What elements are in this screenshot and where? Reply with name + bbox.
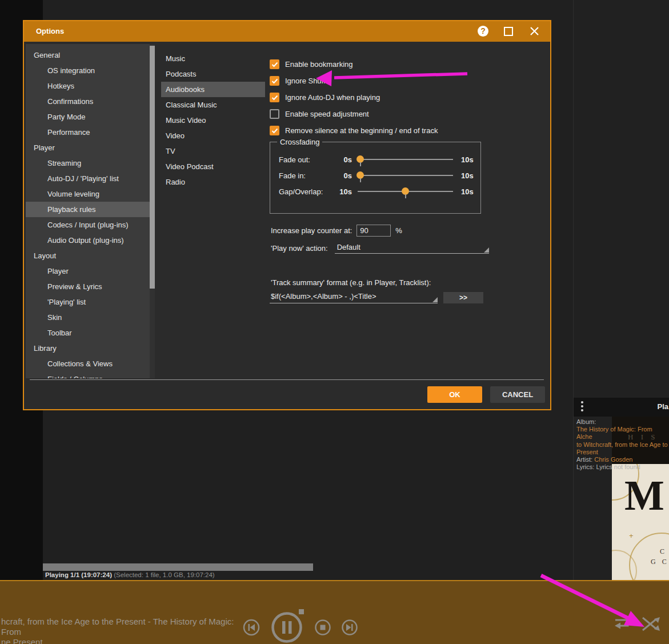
sidebar-item-layout-player[interactable]: Player <box>26 263 150 279</box>
track-summary-dropdown[interactable]: $if(<Album>,<Album> - ,)<Title> <box>270 292 438 303</box>
playback-rules-checkboxes: Enable bookmarking Ignore Shuffle Ignore… <box>270 56 438 139</box>
dropdown-corner-icon <box>432 297 438 302</box>
slider-thumb[interactable] <box>356 155 364 163</box>
stop-button[interactable] <box>314 619 331 636</box>
album-link-line1[interactable]: The History of Magic: From Alche <box>576 426 668 441</box>
track-metadata: Album: The History of Magic: From Alche … <box>576 418 668 471</box>
slider-label: Fade out: <box>279 155 336 164</box>
lyrics-value: Lyrics not found <box>596 463 640 470</box>
footer-separator <box>30 379 544 380</box>
checkbox-row-remove-silence[interactable]: Remove silence at the beginning / end of… <box>270 122 438 139</box>
pause-button[interactable] <box>270 611 303 644</box>
cover-author-text-1: C <box>660 547 664 556</box>
checkbox-label: Ignore Shuffle <box>285 77 331 85</box>
options-sidebar: General OS integration Hotkeys Confirmat… <box>26 44 150 378</box>
play-now-dropdown[interactable]: Default <box>335 243 489 254</box>
shuffle-icon[interactable] <box>640 615 661 633</box>
media-type-audiobooks[interactable]: Audiobooks <box>161 82 265 97</box>
horizontal-scrollbar[interactable] <box>43 563 313 571</box>
media-type-classical-music[interactable]: Classical Music <box>161 97 265 113</box>
repeat-icon[interactable] <box>612 615 631 630</box>
checkbox-row-enable-bookmarking[interactable]: Enable bookmarking <box>270 56 438 73</box>
checkbox-checked-icon[interactable] <box>270 59 279 69</box>
status-selected: (Selected: 1 file, 1.0 GB, 19:07:24) <box>114 571 214 578</box>
checkbox-checked-icon[interactable] <box>270 93 279 102</box>
close-icon[interactable] <box>530 27 539 35</box>
status-playing: Playing 1/1 (19:07:24) <box>45 571 112 578</box>
sidebar-item-os-integration[interactable]: OS integration <box>26 63 150 78</box>
mediamonkey-window: Playing 1/1 (19:07:24) (Selected: 1 file… <box>0 0 669 644</box>
checkbox-checked-icon[interactable] <box>270 126 279 135</box>
sidebar-item-hotkeys[interactable]: Hotkeys <box>26 78 150 94</box>
now-playing-line1: hcraft, from the Ice Age to the Present … <box>1 617 247 637</box>
kebab-menu-icon[interactable] <box>581 401 583 413</box>
next-track-button[interactable] <box>341 619 358 636</box>
media-type-podcasts[interactable]: Podcasts <box>161 66 265 82</box>
media-type-music[interactable]: Music <box>161 51 265 66</box>
sidebar-item-party-mode[interactable]: Party Mode <box>26 109 150 125</box>
cover-author-text-2: G C <box>651 558 669 566</box>
media-type-tv[interactable]: TV <box>161 143 265 159</box>
sidebar-item-player[interactable]: Player <box>26 140 150 155</box>
checkbox-row-ignore-shuffle[interactable]: Ignore Shuffle <box>270 73 438 89</box>
sidebar-item-layout[interactable]: Layout <box>26 248 150 263</box>
sidebar-item-collections-views[interactable]: Collections & Views <box>26 356 150 371</box>
play-counter-input[interactable] <box>356 225 391 237</box>
sidebar-item-playing-list[interactable]: 'Playing' list <box>26 294 150 310</box>
album-label: Album: <box>576 418 668 426</box>
sidebar-item-performance[interactable]: Performance <box>26 125 150 140</box>
media-type-video-podcast[interactable]: Video Podcast <box>161 159 265 174</box>
album-link-line2[interactable]: to Witchcraft, from the Ice Age to <box>576 441 668 449</box>
sidebar-item-codecs-input[interactable]: Codecs / Input (plug-ins) <box>26 217 150 233</box>
sidebar-item-toolbar[interactable]: Toolbar <box>26 325 150 341</box>
sidebar-scrollbar[interactable] <box>150 44 155 378</box>
checkbox-row-ignore-auto-dj[interactable]: Ignore Auto-DJ when playing <box>270 89 438 106</box>
dialog-titlebar[interactable]: Options ? <box>24 21 550 42</box>
checkbox-checked-icon[interactable] <box>270 76 279 86</box>
sidebar-item-volume-leveling[interactable]: Volume leveling <box>26 186 150 202</box>
checkbox-unchecked-icon[interactable] <box>270 109 279 119</box>
slider-thumb[interactable] <box>356 171 364 179</box>
sidebar-item-skin[interactable]: Skin <box>26 310 150 325</box>
fade-out-slider[interactable] <box>358 159 453 160</box>
sidebar-item-audio-output[interactable]: Audio Output (plug-ins) <box>26 233 150 248</box>
slider-thumb[interactable] <box>402 187 409 195</box>
artist-label: Artist: <box>576 456 592 463</box>
album-link-line3[interactable]: Present <box>576 449 668 456</box>
maximize-icon[interactable] <box>504 27 513 36</box>
media-type-video[interactable]: Video <box>161 128 265 143</box>
media-type-radio[interactable]: Radio <box>161 174 265 190</box>
sidebar-item-auto-dj[interactable]: Auto-DJ / 'Playing' list <box>26 171 150 186</box>
track-summary-expand-button[interactable]: >> <box>443 292 483 303</box>
crossfading-legend: Crossfading <box>277 138 322 146</box>
gap-overlap-slider[interactable] <box>358 191 453 192</box>
sidebar-item-fields-columns[interactable]: Fields / Columns <box>26 371 150 378</box>
slider-min-value: 0s <box>336 155 352 164</box>
checkbox-row-enable-speed-adjustment[interactable]: Enable speed adjustment <box>270 106 438 122</box>
sidebar-item-preview-lyrics[interactable]: Preview & Lyrics <box>26 279 150 294</box>
slider-max-value: 10s <box>461 155 474 164</box>
sidebar-item-general[interactable]: General <box>26 47 150 63</box>
track-summary-label: 'Track summary' format (e.g. in Player, … <box>271 278 431 287</box>
help-icon[interactable]: ? <box>478 26 488 37</box>
slider-max-value: 10s <box>461 171 474 180</box>
previous-track-button[interactable] <box>242 618 261 637</box>
sidebar-item-library[interactable]: Library <box>26 341 150 356</box>
gap-overlap-row: Gap/Overlap: 10s 10s <box>270 183 480 199</box>
cancel-button[interactable]: CANCEL <box>490 386 545 403</box>
media-type-music-video[interactable]: Music Video <box>161 113 265 128</box>
slider-min-value: 0s <box>336 171 352 180</box>
fade-in-slider[interactable] <box>358 175 453 176</box>
sidebar-item-playback-rules[interactable]: Playback rules <box>26 202 150 217</box>
sidebar-item-streaming[interactable]: Streaming <box>26 155 150 171</box>
checkbox-label: Remove silence at the beginning / end of… <box>285 126 438 135</box>
ok-button[interactable]: OK <box>427 386 482 403</box>
sidebar-scrollbar-thumb[interactable] <box>150 46 155 289</box>
slider-min-value: 10s <box>336 187 352 196</box>
album-cover-image[interactable]: M + C G C <box>612 464 669 580</box>
play-now-label: 'Play now' action: <box>271 244 328 254</box>
cover-blackletter-m: M <box>624 475 664 515</box>
sidebar-item-confirmations[interactable]: Confirmations <box>26 94 150 109</box>
artist-link[interactable]: Chris Gosden <box>594 456 632 463</box>
player-bar: hcraft, from the Ice Age to the Present … <box>0 580 669 644</box>
